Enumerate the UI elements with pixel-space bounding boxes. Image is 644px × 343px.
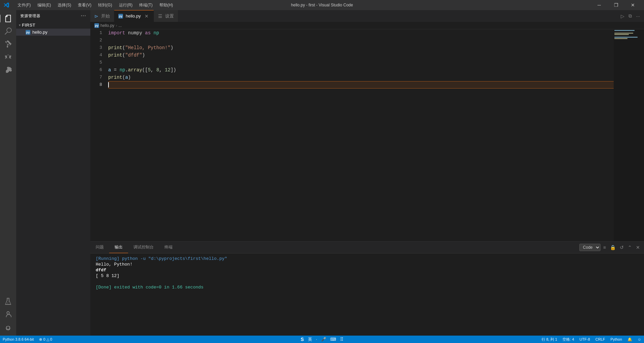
line-num-7: 7	[90, 74, 102, 81]
ime-keyboard[interactable]: ⌨	[328, 336, 338, 343]
sidebar: 资源管理器 ··· ▾ FIRST py hello.py	[16, 10, 90, 336]
activity-explorer[interactable]	[2, 13, 14, 24]
activity-debug[interactable]	[2, 51, 14, 63]
menu-view[interactable]: 查看(V)	[75, 2, 94, 9]
code-line-6: a = np . array ([ 5 , 8 , 12 ])	[108, 66, 614, 74]
panel-chevron-up-icon[interactable]: ⌃	[626, 244, 633, 251]
token-5: 5	[148, 66, 151, 74]
activity-account[interactable]	[2, 309, 14, 320]
token-np: np	[153, 29, 159, 37]
tab-bar-right-actions: ▷ ⧉ ···	[617, 10, 644, 22]
status-feedback[interactable]: ☺	[635, 336, 644, 343]
code-line-8[interactable]	[108, 81, 614, 89]
split-editor-button[interactable]: ⧉	[627, 12, 633, 20]
status-language[interactable]: Python	[608, 336, 625, 343]
token-as: as	[145, 29, 151, 37]
ime-dot[interactable]: ·	[314, 336, 319, 343]
vscode-logo-icon	[3, 2, 9, 8]
line-num-2: 2	[90, 37, 102, 44]
tab-settings-label: 设置	[165, 13, 174, 19]
activity-search[interactable]	[2, 26, 14, 37]
ime-braille[interactable]: ⠿	[338, 336, 345, 343]
line-num-4: 4	[90, 52, 102, 59]
editor-area: ⊳ 开始 py hello.py ✕ ☰ 设置 ▷ ⧉ ··· py hello…	[90, 10, 644, 336]
output-line-6: [Done] exited with code=0 in 1.66 second…	[96, 285, 639, 290]
status-spaces[interactable]: 空格: 4	[560, 336, 577, 343]
minimap-content	[614, 29, 644, 41]
menu-goto[interactable]: 转到(G)	[95, 2, 115, 9]
code-editor[interactable]: 1 2 3 4 5 6 7 8 import numpy	[90, 29, 644, 241]
token-12: 12	[165, 66, 171, 74]
output-done-text: [Done] exited with code=0 in 1.66 second…	[96, 285, 204, 290]
ime-lang[interactable]: 英	[306, 336, 314, 343]
activity-extensions[interactable]	[2, 64, 14, 75]
sidebar-file-hello[interactable]: py hello.py	[16, 29, 90, 36]
output-channel-select[interactable]: Code	[579, 244, 601, 251]
tab-hello-label: hello.py	[126, 13, 141, 19]
menu-edit[interactable]: 编辑(E)	[35, 2, 54, 9]
minimize-button[interactable]: ─	[591, 0, 607, 10]
activity-settings[interactable]	[2, 321, 14, 333]
activity-git[interactable]	[2, 38, 14, 50]
menu-help[interactable]: 帮助(H)	[157, 2, 176, 9]
code-line-3: print ( "Hello, Python!" )	[108, 44, 614, 52]
status-errors[interactable]: ⊗ 0 △ 0	[36, 336, 55, 343]
line-num-1: 1	[90, 29, 102, 37]
status-line-ending[interactable]: CRLF	[593, 336, 608, 343]
maximize-button[interactable]: ❐	[608, 0, 624, 10]
ime-s[interactable]: S	[299, 336, 306, 343]
code-lines: import numpy as np print ( "Hell	[105, 29, 614, 241]
tab-bar: ⊳ 开始 py hello.py ✕ ☰ 设置 ▷ ⧉ ···	[90, 10, 644, 22]
token-paren1: (	[122, 44, 125, 52]
status-python-version[interactable]: Python 3.8.6 64-bit	[0, 336, 36, 343]
panel-refresh-icon[interactable]: ↺	[618, 244, 625, 251]
code-line-7: print ( a )	[108, 74, 614, 81]
line-numbers: 1 2 3 4 5 6 7 8	[90, 29, 105, 241]
token-var-a2: a	[125, 74, 128, 81]
close-button[interactable]: ✕	[625, 0, 641, 10]
token-np2: np	[120, 66, 125, 74]
tab-settings[interactable]: ☰ 设置	[154, 10, 178, 22]
output-line-5	[96, 279, 639, 284]
ime-mic[interactable]: 🎤	[319, 336, 328, 343]
menu-select[interactable]: 选择(S)	[55, 2, 74, 9]
status-encoding[interactable]: UTF-8	[577, 336, 593, 343]
output-running-text: [Running] python -u "d:\pyprojects\first…	[96, 256, 227, 261]
title-bar-left: 文件(F) 编辑(E) 选择(S) 查看(V) 转到(G) 运行(R) 终端(T…	[3, 2, 176, 9]
panel-tab-terminal[interactable]: 终端	[159, 242, 178, 253]
sidebar-header: 资源管理器 ···	[16, 10, 90, 22]
panel-close-icon[interactable]: ✕	[635, 244, 641, 251]
sidebar-folder[interactable]: ▾ FIRST	[16, 22, 90, 29]
breadcrumb-path[interactable]: ...	[118, 23, 122, 28]
output-line-1: [Running] python -u "d:\pyprojects\first…	[96, 256, 639, 261]
status-position[interactable]: 行 8, 列 1	[539, 336, 560, 343]
code-line-4: print ( "dfdf" )	[108, 52, 614, 59]
python-tab-icon: py	[118, 14, 123, 19]
panel-list-icon[interactable]: ≡	[602, 244, 607, 251]
breadcrumb-separator: ›	[116, 23, 117, 28]
tab-hello[interactable]: py hello.py ✕	[114, 10, 154, 22]
token-print3: print	[108, 74, 122, 81]
token-space1: numpy	[125, 29, 145, 37]
run-button[interactable]: ▷	[619, 12, 626, 20]
menu-run[interactable]: 运行(R)	[116, 2, 135, 9]
output-hello: Hello, Python!	[96, 262, 132, 267]
code-line-2	[108, 37, 614, 44]
menu-terminal[interactable]: 终端(T)	[136, 2, 155, 9]
sidebar-more-button[interactable]: ···	[81, 13, 86, 19]
token-comma2: ,	[159, 66, 165, 74]
tab-start[interactable]: ⊳ 开始	[90, 10, 114, 22]
token-str2: "dfdf"	[125, 52, 142, 59]
panel-tab-problems[interactable]: 问题	[90, 242, 109, 253]
panel-lock-icon[interactable]: 🔒	[609, 244, 617, 251]
token-print1: print	[108, 44, 122, 52]
tab-close-hello[interactable]: ✕	[144, 13, 150, 19]
menu-file[interactable]: 文件(F)	[15, 2, 33, 9]
activity-flask[interactable]	[2, 296, 14, 307]
activity-bottom	[2, 296, 14, 333]
panel-tab-debug[interactable]: 调试控制台	[128, 242, 159, 253]
panel-tab-output[interactable]: 输出	[109, 242, 128, 253]
status-notifications[interactable]: 🔔	[625, 336, 635, 343]
breadcrumb-filename[interactable]: hello.py	[100, 23, 114, 28]
more-actions-button[interactable]: ···	[635, 12, 641, 20]
